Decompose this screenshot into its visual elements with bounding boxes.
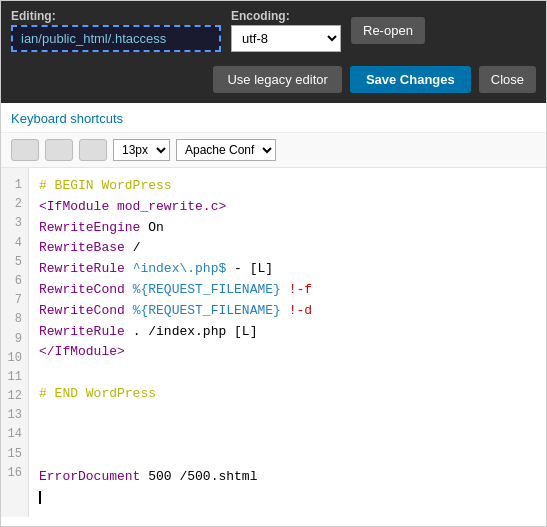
- editing-label: Editing:: [11, 9, 221, 23]
- line-num-12: 12: [7, 387, 22, 406]
- code-editor[interactable]: # BEGIN WordPress <IfModule mod_rewrite.…: [29, 168, 546, 517]
- action-bar: Use legacy editor Save Changes Close: [1, 60, 546, 103]
- reopen-button[interactable]: Re-open: [351, 17, 425, 44]
- line-num-4: 4: [7, 234, 22, 253]
- line-num-8: 8: [7, 310, 22, 329]
- legacy-editor-button[interactable]: Use legacy editor: [213, 66, 341, 93]
- editing-input[interactable]: [11, 25, 221, 52]
- code-area: 1 2 3 4 5 6 7 8 9 10 11 12 13 14 15 16 #…: [1, 168, 546, 517]
- key-button-3[interactable]: [79, 139, 107, 161]
- key-button-1[interactable]: [11, 139, 39, 161]
- line-num-13: 13: [7, 406, 22, 425]
- syntax-mode-select[interactable]: Apache Conf CSS HTML JavaScript PHP Text: [176, 139, 276, 161]
- editing-section: Editing:: [11, 9, 221, 52]
- shortcuts-bar: Keyboard shortcuts: [1, 103, 546, 133]
- top-bar: Editing: Encoding: utf-8 utf-16 iso-8859…: [1, 1, 546, 60]
- line-numbers: 1 2 3 4 5 6 7 8 9 10 11 12 13 14 15 16: [1, 168, 29, 517]
- encoding-label: Encoding:: [231, 9, 341, 23]
- save-changes-button[interactable]: Save Changes: [350, 66, 471, 93]
- line-num-3: 3: [7, 214, 22, 233]
- key-button-2[interactable]: [45, 139, 73, 161]
- close-button[interactable]: Close: [479, 66, 536, 93]
- line-num-5: 5: [7, 253, 22, 272]
- keyboard-shortcuts-label: Keyboard shortcuts: [11, 111, 123, 126]
- editor-toolbar: 10px 11px 12px 13px 14px 16px Apache Con…: [1, 133, 546, 168]
- line-num-11: 11: [7, 368, 22, 387]
- line-num-10: 10: [7, 349, 22, 368]
- line-num-9: 9: [7, 330, 22, 349]
- line-num-6: 6: [7, 272, 22, 291]
- line-num-1: 1: [7, 176, 22, 195]
- line-num-14: 14: [7, 425, 22, 444]
- line-num-15: 15: [7, 445, 22, 464]
- line-num-2: 2: [7, 195, 22, 214]
- line-num-7: 7: [7, 291, 22, 310]
- encoding-section: Encoding: utf-8 utf-16 iso-8859-1: [231, 9, 341, 52]
- encoding-select[interactable]: utf-8 utf-16 iso-8859-1: [231, 25, 341, 52]
- font-size-select[interactable]: 10px 11px 12px 13px 14px 16px: [113, 139, 170, 161]
- line-num-16: 16: [7, 464, 22, 483]
